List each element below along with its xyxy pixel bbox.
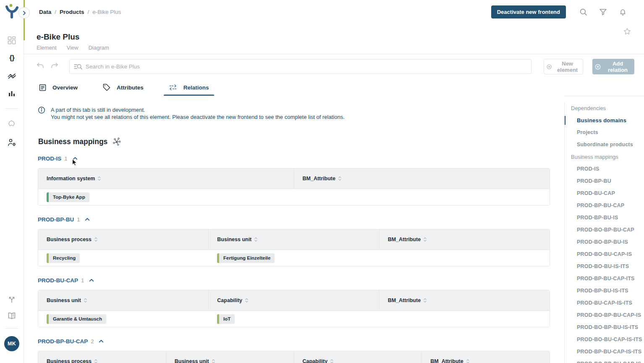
- entity-tag[interactable]: Top-Byke App: [47, 192, 89, 202]
- bar-chart-icon[interactable]: [8, 89, 16, 98]
- sort-icon[interactable]: [212, 359, 215, 363]
- table-header-row: Business unitCapabilityBM_Attribute: [38, 290, 550, 310]
- section-heading: Business mappings: [38, 137, 107, 146]
- sort-icon[interactable]: [330, 359, 333, 363]
- sidebar-expand-button[interactable]: [18, 7, 30, 18]
- column-header[interactable]: Business unit: [166, 351, 294, 363]
- sort-icon[interactable]: [94, 359, 97, 363]
- mapping-section-name[interactable]: PROD-BP-BU: [38, 216, 74, 223]
- redo-icon[interactable]: [51, 63, 58, 69]
- sort-icon[interactable]: [254, 237, 257, 242]
- nav-item[interactable]: PROD-IS: [565, 163, 644, 175]
- nav-item[interactable]: PROD-BP-BU-IS-ITS: [565, 285, 644, 297]
- sort-icon[interactable]: [466, 359, 469, 363]
- chevron-up-icon[interactable]: [85, 218, 90, 221]
- business-mappings-heading-row: Business mappings: [38, 137, 121, 146]
- filter-button[interactable]: [599, 8, 607, 16]
- column-header[interactable]: BM_Attribute: [379, 290, 550, 310]
- breadcrumb-products[interactable]: Products: [60, 9, 84, 15]
- nav-item[interactable]: PROD-BP-BU: [565, 175, 644, 187]
- column-header[interactable]: Capability: [208, 290, 379, 310]
- branch-share-icon[interactable]: [8, 295, 16, 304]
- user-avatar[interactable]: MK: [4, 336, 19, 351]
- sidebar-divider: [5, 108, 18, 109]
- app-logo[interactable]: [4, 3, 19, 20]
- column-header[interactable]: Information system: [38, 168, 294, 189]
- nav-item[interactable]: PROD-BO-BP-BU-IS-ITS: [565, 321, 644, 334]
- column-header[interactable]: BM_Attribute: [294, 168, 550, 189]
- new-element-label: New element: [555, 60, 580, 73]
- favorite-star-icon[interactable]: [623, 27, 631, 36]
- network-hub-icon[interactable]: [112, 137, 121, 146]
- column-header[interactable]: BM_Attribute: [379, 229, 550, 250]
- column-header[interactable]: Business process: [38, 351, 166, 363]
- nav-item[interactable]: Projects: [565, 126, 644, 139]
- nav-item[interactable]: PROD-BP-BU-CAP: [565, 200, 644, 212]
- mapping-section-count: 1: [77, 216, 80, 223]
- entity-tag[interactable]: IoT: [217, 314, 235, 324]
- mapping-section-name[interactable]: PROD-BP-BU-CAP: [38, 338, 88, 345]
- nav-item[interactable]: PROD-BO-BP-BU-CAP-IS: [565, 309, 644, 321]
- user-settings-icon[interactable]: [7, 138, 16, 147]
- sort-icon[interactable]: [424, 237, 427, 242]
- mapping-section-name[interactable]: PROD-IS: [38, 155, 61, 162]
- nav-item[interactable]: PROD-BP-BU-CAP-ITS: [565, 273, 644, 285]
- tab-overview[interactable]: Overview: [24, 79, 90, 95]
- deactivate-frontend-button[interactable]: Deactivate new frontend: [491, 5, 566, 18]
- code-braces-icon[interactable]: { }: [9, 54, 14, 62]
- nav-item[interactable]: PROD-BU-CAP: [565, 187, 644, 200]
- menu-element[interactable]: Element: [37, 45, 57, 51]
- search-input[interactable]: [69, 59, 531, 74]
- nav-item[interactable]: PROD-BO-BP-BU-CAP-IS-: [565, 358, 644, 363]
- menu-view[interactable]: View: [67, 45, 79, 51]
- flows-icon[interactable]: [7, 71, 16, 81]
- add-relation-button[interactable]: Add relation: [592, 59, 634, 74]
- column-header[interactable]: BM_Attribute: [421, 351, 550, 363]
- nav-item[interactable]: PROD-BP-BU-IS: [565, 212, 644, 224]
- nav-item[interactable]: PROD-BO-BU-CAP-IS-ITS: [565, 334, 644, 346]
- nav-item[interactable]: Subordinate products: [565, 139, 644, 151]
- sort-icon[interactable]: [98, 176, 101, 181]
- sort-icon[interactable]: [424, 298, 427, 303]
- chevron-up-icon[interactable]: [89, 279, 94, 282]
- table-cell: IoT: [209, 311, 379, 327]
- sort-icon[interactable]: [338, 176, 341, 181]
- column-header[interactable]: Capability: [294, 351, 422, 363]
- search-button[interactable]: [579, 8, 587, 16]
- nav-item[interactable]: PROD-BU-CAP-IS-ITS: [565, 297, 644, 309]
- tab-attributes[interactable]: Attributes: [90, 79, 156, 95]
- entity-tag[interactable]: Fertigung Einzelteile: [217, 253, 275, 263]
- undo-icon[interactable]: [37, 63, 44, 69]
- nav-item[interactable]: PROD-BO-BP-BU-IS: [565, 236, 644, 248]
- dashboard-icon[interactable]: [7, 36, 16, 45]
- column-header[interactable]: Business unit: [38, 290, 208, 310]
- entity-tag[interactable]: Garantie & Umtausch: [47, 314, 106, 324]
- sort-icon[interactable]: [84, 298, 87, 303]
- entity-tag[interactable]: Recycling: [47, 253, 80, 263]
- nav-item[interactable]: Business domains: [565, 114, 644, 126]
- mapping-section-name[interactable]: PROD-BU-CAP: [38, 277, 78, 284]
- breadcrumb-separator: /: [88, 9, 89, 15]
- notifications-button[interactable]: [619, 8, 627, 16]
- column-header[interactable]: Business unit: [208, 229, 379, 250]
- sort-icon[interactable]: [245, 298, 248, 303]
- breadcrumb-data[interactable]: Data: [39, 9, 51, 15]
- column-header-label: Capability: [217, 297, 242, 303]
- nav-item[interactable]: PROD-BO-BU-CAP-IS: [565, 248, 644, 260]
- nav-item[interactable]: PROD-BO-BU-IS-ITS: [565, 260, 644, 273]
- development-notice: A part of this tab is still in developme…: [38, 106, 345, 121]
- sort-icon[interactable]: [94, 237, 97, 242]
- nav-item[interactable]: PROD-BP-BU-CAP-IS-ITS: [565, 346, 644, 358]
- new-element-button[interactable]: New element: [544, 59, 583, 74]
- chevron-up-icon[interactable]: [99, 339, 104, 343]
- nav-item[interactable]: PROD-BO-BP-BU-CAP: [565, 224, 644, 236]
- mapping-section-header: PROD-BP-BU-CAP2: [38, 337, 550, 346]
- nav-group-header: Business mappings: [565, 151, 644, 163]
- chevron-up-icon[interactable]: [73, 157, 78, 160]
- table-cell: Fertigung Einzelteile: [209, 250, 379, 266]
- puzzle-icon[interactable]: [7, 120, 16, 129]
- column-header[interactable]: Business process: [38, 229, 208, 250]
- tab-relations[interactable]: Relations: [156, 79, 222, 95]
- menu-diagram[interactable]: Diagram: [89, 45, 109, 51]
- documentation-book-icon[interactable]: [8, 312, 16, 320]
